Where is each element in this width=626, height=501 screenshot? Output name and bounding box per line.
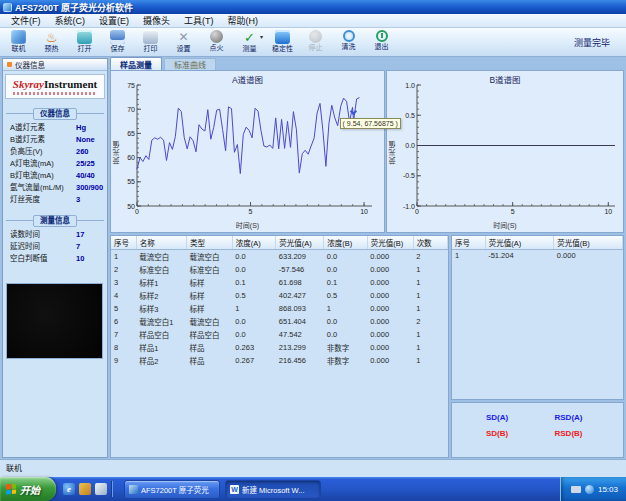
print-icon: [143, 30, 158, 44]
stop-button: 停止: [299, 29, 332, 53]
clean-icon: [343, 30, 355, 42]
tab-0[interactable]: 样品测量: [110, 57, 162, 70]
start-button[interactable]: 开始: [0, 477, 56, 501]
info-field: 负高压(V)260: [6, 146, 104, 158]
taskbar-task-1[interactable]: W新建 Microsoft W...: [225, 480, 321, 499]
column-header[interactable]: 次数: [413, 236, 447, 250]
cell-times: 2: [413, 250, 447, 264]
measure-icon: ✓▾: [242, 30, 257, 44]
print-button[interactable]: 打印: [134, 29, 167, 53]
svg-text:60: 60: [127, 154, 135, 161]
cell-conc_a: 0.1: [232, 276, 275, 289]
table-row[interactable]: 6载流空白1载流空白0.0651.4040.00.0002: [111, 315, 448, 328]
field-label: A灯电流(mA): [10, 159, 76, 169]
readings-table: 序号荧光值(A)荧光值(B)1-51.2040.000: [452, 236, 623, 262]
tray-volume-icon[interactable]: [585, 485, 594, 494]
stability-button[interactable]: 稳定性: [266, 29, 299, 53]
open-button[interactable]: 打开: [68, 29, 101, 53]
ignite-button[interactable]: 点火: [200, 29, 233, 53]
measurement-status-text: 测量完毕: [574, 36, 624, 49]
table-row[interactable]: 1-51.2040.000: [452, 250, 623, 262]
column-header[interactable]: 类型: [187, 236, 233, 250]
cell-type: 标样: [187, 302, 233, 315]
cell-name: 样品空白: [136, 328, 186, 341]
cell-conc_a: 0.0: [232, 315, 275, 328]
table-row[interactable]: 4标样2标样0.5402.4270.50.0001: [111, 289, 448, 302]
preheat-button[interactable]: ♨预热: [35, 29, 68, 53]
save-icon: [110, 30, 125, 44]
menu-item-3[interactable]: 摄像头: [136, 14, 177, 27]
column-header[interactable]: 荧光值(A): [276, 236, 324, 250]
column-header[interactable]: 荧光值(B): [367, 236, 413, 250]
taskbar-task-0[interactable]: AFS7200T 原子荧光: [124, 480, 220, 499]
exit-icon: [376, 30, 388, 42]
menu-item-1[interactable]: 系统(C): [48, 14, 93, 27]
column-header[interactable]: 浓度(A): [232, 236, 275, 250]
logo-brand-red: Skyray: [13, 78, 44, 90]
windows-logo-icon: [6, 483, 16, 494]
settings-button[interactable]: ✕设置: [167, 29, 200, 53]
cell-conc_b: 0.0: [324, 315, 367, 328]
svg-text:-1.0: -1.0: [403, 203, 415, 210]
table-row[interactable]: 9样品2样品0.267216.456非数字0.0001: [111, 354, 448, 367]
instrument-panel-header: 仪器信息: [3, 59, 107, 71]
menu-item-5[interactable]: 帮助(H): [221, 14, 266, 27]
column-header[interactable]: 序号: [111, 236, 136, 250]
table-row[interactable]: 1载流空白载流空白0.0633.2090.00.0002: [111, 250, 448, 264]
field-value: 260: [76, 147, 89, 157]
measure-dropdown-icon[interactable]: ▾: [260, 32, 263, 43]
connect-icon: [11, 30, 26, 44]
instrument-field-groups: 仪器信息A道灯元素HgB道灯元素None负高压(V)260A灯电流(mA)25/…: [3, 113, 107, 265]
cell-times: 2: [413, 315, 447, 328]
cell-conc_b: 非数字: [324, 354, 367, 367]
quicklaunch-show-desktop-icon[interactable]: [95, 483, 107, 495]
svg-text:10: 10: [604, 208, 612, 215]
connect-button[interactable]: 联机: [2, 29, 35, 53]
svg-text:0: 0: [135, 208, 139, 215]
menu-item-0[interactable]: 文件(F): [4, 14, 48, 27]
application-window: AFS7200T 原子荧光分析软件 文件(F)系统(C)设置(E)摄像头工具(T…: [0, 0, 626, 501]
info-field: A道灯元素Hg: [6, 122, 104, 134]
field-label: 氩气流量(mL/M): [10, 183, 76, 193]
table-row[interactable]: 2标准空白标准空白0.0-57.5460.00.0001: [111, 263, 448, 276]
menu-item-4[interactable]: 工具(T): [177, 14, 221, 27]
toolbar-button-label: 设置: [177, 45, 191, 53]
column-header[interactable]: 名称: [136, 236, 186, 250]
toolbar-button-label: 联机: [12, 45, 26, 53]
table-row[interactable]: 8样品1样品0.263213.299非数字0.0001: [111, 341, 448, 354]
cell-conc_b: 0.1: [324, 276, 367, 289]
column-header[interactable]: 序号: [452, 236, 485, 250]
quicklaunch-browser-icon[interactable]: e: [63, 483, 75, 495]
cell-conc_b: 0.0: [324, 250, 367, 264]
quicklaunch-mail-icon[interactable]: [79, 483, 91, 495]
column-header[interactable]: 荧光值(B): [554, 236, 623, 250]
tab-1[interactable]: 标准曲线: [164, 58, 216, 70]
field-value: 25/25: [76, 159, 95, 169]
svg-text:0.5: 0.5: [405, 112, 415, 119]
cell-fluor_a: -51.204: [485, 250, 554, 262]
toolbar-button-label: 点火: [210, 44, 224, 52]
svg-text:0.0: 0.0: [405, 142, 415, 149]
cell-conc_a: 1: [232, 302, 275, 315]
save-button[interactable]: 保存: [101, 29, 134, 53]
cell-no: 5: [111, 302, 136, 315]
column-header[interactable]: 荧光值(A): [485, 236, 554, 250]
camera-view: [6, 283, 103, 359]
cell-times: 1: [413, 276, 447, 289]
menu-item-2[interactable]: 设置(E): [92, 14, 136, 27]
taskbar-separator: [111, 481, 112, 497]
tray-device-icon[interactable]: [571, 486, 581, 493]
column-header[interactable]: 浓度(B): [324, 236, 367, 250]
exit-button[interactable]: 退出: [365, 29, 398, 53]
svg-text:10: 10: [360, 208, 368, 215]
cell-type: 标样: [187, 276, 233, 289]
table-row[interactable]: 3标样1标样0.161.6980.10.0001: [111, 276, 448, 289]
logo-tagline-strip: [13, 92, 97, 95]
table-row[interactable]: 7样品空白样品空白0.047.5420.00.0001: [111, 328, 448, 341]
window-titlebar[interactable]: AFS7200T 原子荧光分析软件: [0, 0, 626, 14]
measure-button[interactable]: ✓▾测量: [233, 29, 266, 53]
info-field: A灯电流(mA)25/25: [6, 158, 104, 170]
table-row[interactable]: 5标样3标样1868.09310.0001: [111, 302, 448, 315]
clean-button[interactable]: 清洗: [332, 29, 365, 53]
results-table: 序号名称类型浓度(A)荧光值(A)浓度(B)荧光值(B)次数1载流空白载流空白0…: [111, 236, 448, 367]
